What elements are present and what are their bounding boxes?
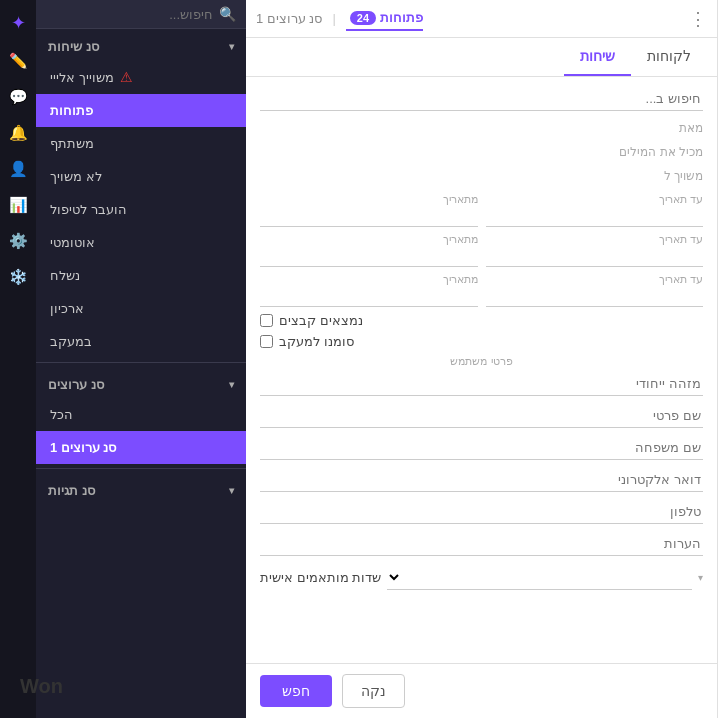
- select-chevron-icon: ▾: [698, 572, 703, 583]
- gear-icon[interactable]: ⚙️: [9, 232, 28, 250]
- top-bar: ⋮ פתוחות 24 | סנ ערוצים 1: [246, 0, 717, 38]
- sidebar-item-all-channels[interactable]: הכל: [36, 398, 246, 431]
- assigned-section: משויך ל: [260, 169, 703, 183]
- sidebar-item-tracking[interactable]: במעקב: [36, 325, 246, 358]
- date-created-from-label: מתאריך: [260, 193, 478, 206]
- date-resolved-to-input[interactable]: [486, 286, 704, 307]
- custom-id-row: [260, 372, 703, 396]
- date-created-to-input[interactable]: [486, 206, 704, 227]
- divider-1: [36, 362, 246, 363]
- tab-search[interactable]: לקוחות: [631, 38, 707, 76]
- custom-id-input[interactable]: [260, 372, 703, 396]
- sidebar-item-label: משתתף: [50, 136, 94, 151]
- notes-row: [260, 532, 703, 556]
- sidebar-item-label: הועבר לטיפול: [50, 202, 127, 217]
- search-input[interactable]: [260, 87, 703, 111]
- sidebar-search-bar: 🔍: [36, 0, 246, 29]
- divider-2: [36, 468, 246, 469]
- sidebar-wrapper: 🔍 ▾ סנ שיחות ⚠ משוייך אלייי פתוחות משתתף…: [0, 0, 246, 718]
- phone-input[interactable]: [260, 500, 703, 524]
- snowflake-icon[interactable]: ❄️: [9, 268, 28, 286]
- top-bar-tabs: פתוחות 24 | סנ ערוצים 1: [256, 6, 423, 31]
- sidebar-item-label: לא משויך: [50, 169, 102, 184]
- tags-chevron-icon: ▾: [229, 485, 234, 496]
- checkbox-files-label: נמצאים קבצים: [279, 313, 363, 328]
- clear-button[interactable]: נקה: [342, 674, 405, 708]
- section-header-channels[interactable]: ▾ סנ ערוצים: [36, 367, 246, 398]
- date-created-from-input[interactable]: [260, 206, 478, 227]
- sidebar-item-label: במעקב: [50, 334, 92, 349]
- search-button[interactable]: חפש: [260, 675, 332, 707]
- section-header-tags[interactable]: ▾ סנ תגיות: [36, 473, 246, 504]
- sidebar-item-label: נשלח: [50, 268, 80, 283]
- tags-section-title: סנ תגיות: [48, 483, 95, 498]
- logo-icon: ✦: [11, 12, 26, 34]
- section-header-conversations[interactable]: ▾ סנ שיחות: [36, 29, 246, 60]
- date-resolved-from-label: מתאריך: [260, 273, 478, 286]
- warn-icon: ⚠: [120, 69, 133, 85]
- sidebar-item-label: אוטומטי: [50, 235, 95, 250]
- checkbox-tagged[interactable]: [260, 335, 273, 348]
- sidebar-item-channel-1[interactable]: סנ ערוצים 1: [36, 431, 246, 464]
- three-dots-button[interactable]: ⋮: [689, 8, 707, 30]
- right-sidebar: 🔍 ▾ סנ שיחות ⚠ משוייך אלייי פתוחות משתתף…: [36, 0, 246, 718]
- channels-chevron-icon: ▾: [229, 379, 234, 390]
- sidebar-item-open[interactable]: פתוחות: [36, 94, 246, 127]
- chart-icon[interactable]: 📊: [9, 196, 28, 214]
- from-section: מאת: [260, 121, 703, 135]
- checkbox-tagged-row: סומנו למעקב: [260, 334, 703, 349]
- filter-tabs: לקוחות שיחות: [246, 38, 717, 77]
- open-badge: 24: [350, 11, 376, 25]
- sidebar-item-label: פתוחות: [50, 103, 93, 118]
- sidebar-item-automatic[interactable]: אוטומטי: [36, 226, 246, 259]
- conversations-chevron-icon: ▾: [229, 41, 234, 52]
- notify-icon[interactable]: 🔔: [9, 124, 28, 142]
- search-icon: 🔍: [219, 6, 236, 22]
- assigned-label: משויך ל: [260, 169, 703, 183]
- search-section: [260, 87, 703, 111]
- contains-section: מכיל את המילים: [260, 145, 703, 159]
- phone-row: [260, 500, 703, 524]
- sidebar-item-participant[interactable]: משתתף: [36, 127, 246, 160]
- tab-saved[interactable]: שיחות: [564, 38, 631, 76]
- email-input[interactable]: [260, 468, 703, 492]
- date-created-row: עד תאריך מתאריך: [260, 193, 703, 227]
- sidebar-search-input[interactable]: [45, 7, 213, 22]
- last-name-input[interactable]: [260, 436, 703, 460]
- sidebar-item-sent[interactable]: נשלח: [36, 259, 246, 292]
- right-icon-strip: ✦ ✏️ 💬 🔔 👤 📊 ⚙️ ❄️: [0, 0, 36, 718]
- tab-channel[interactable]: סנ ערוצים 1: [256, 7, 322, 30]
- sidebar-item-label: ארכיון: [50, 301, 84, 316]
- notes-input[interactable]: [260, 532, 703, 556]
- checkbox-files[interactable]: [260, 314, 273, 327]
- date-updated-from: מתאריך: [260, 233, 478, 267]
- last-name-row: [260, 436, 703, 460]
- from-label: מאת: [260, 121, 703, 135]
- sidebar-item-archive[interactable]: ארכיון: [36, 292, 246, 325]
- custom-fields-select[interactable]: [387, 564, 692, 590]
- sidebar-item-transferred[interactable]: הועבר לטיפול: [36, 193, 246, 226]
- user-icon[interactable]: 👤: [9, 160, 28, 178]
- date-resolved-from: מתאריך: [260, 273, 478, 307]
- left-panel: ⋮ פתוחות 24 | סנ ערוצים 1 לקוחות שיחות מ…: [246, 0, 718, 718]
- date-updated-to-input[interactable]: [486, 246, 704, 267]
- date-updated-from-input[interactable]: [260, 246, 478, 267]
- sidebar-item-label: משוייך אלייי: [50, 70, 114, 85]
- sidebar-main: ▾ סנ שיחות ⚠ משוייך אלייי פתוחות משתתף ל…: [36, 29, 246, 718]
- contains-label: מכיל את המילים: [260, 145, 703, 159]
- date-resolved-from-input[interactable]: [260, 286, 478, 307]
- date-updated-from-label: מתאריך: [260, 233, 478, 246]
- date-resolved-row: עד תאריך מתאריך: [260, 273, 703, 307]
- checkbox-tagged-label: סומנו למעקב: [279, 334, 354, 349]
- sidebar-item-assigned-to-me[interactable]: ⚠ משוייך אלייי: [36, 60, 246, 94]
- checkbox-files-row: נמצאים קבצים: [260, 313, 703, 328]
- date-created-from: מתאריך: [260, 193, 478, 227]
- first-name-input[interactable]: [260, 404, 703, 428]
- chat-icon[interactable]: 💬: [9, 88, 28, 106]
- date-resolved-to-label: עד תאריך: [486, 273, 704, 286]
- action-bar: נקה חפש: [246, 663, 717, 718]
- edit-icon[interactable]: ✏️: [9, 52, 28, 70]
- tab-open[interactable]: פתוחות 24: [346, 6, 423, 31]
- first-name-row: [260, 404, 703, 428]
- sidebar-item-not-assigned[interactable]: לא משויך: [36, 160, 246, 193]
